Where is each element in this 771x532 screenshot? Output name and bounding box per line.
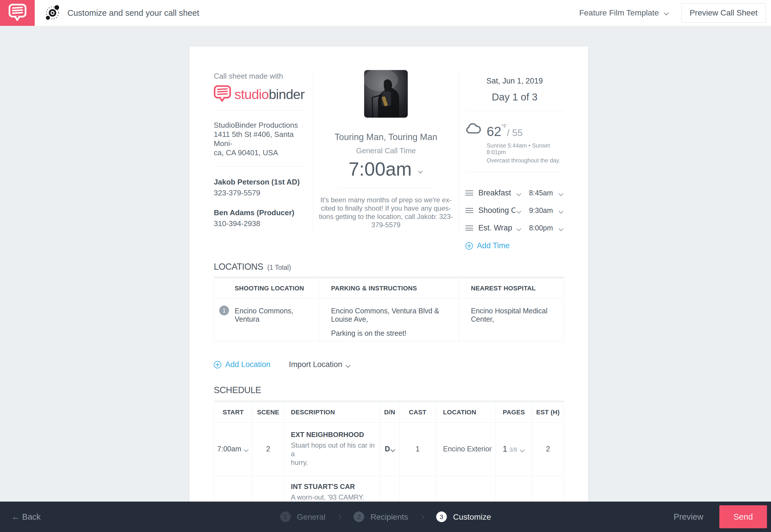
schedule-title: SCHEDULE [214,385,261,395]
est-hours-cell[interactable]: 2 [532,423,564,476]
back-button[interactable]: ← Back [11,512,41,522]
time-row-shooting-call[interactable]: Shooting Call 9:30am [465,202,564,219]
sunrise-sunset: Sunrise 5:44am • Sunset 8:01pm [487,142,564,156]
chevron-down-icon [558,208,564,214]
template-selector[interactable]: Feature Film Template [579,8,669,18]
chevron-down-icon [516,191,522,197]
locations-header-row: SHOOTING LOCATION PARKING & INSTRUCTIONS… [214,277,564,299]
col-pages: PAGES [496,401,532,423]
step-number: 2 [354,512,364,522]
day-details-column: Sat, Jun 1, 2019 Day 1 of 3 62°F/ 55 Sun… [459,69,564,230]
scene-slug: EXT NEIGHBORHOOD [291,431,377,439]
contact-phone: 310-394-2938 [214,219,305,228]
chevron-down-icon [243,447,249,453]
day-night-value: D [385,445,390,453]
locations-heading: LOCATIONS (1 Total) [214,262,564,272]
import-location-dropdown[interactable]: Import Location [289,360,351,369]
temperature-unit: °F [501,123,507,129]
chevron-down-icon [417,168,423,174]
speech-bubble-icon [8,3,27,22]
scene-cell[interactable]: 2 [253,423,284,476]
col-location: LOCATION [436,401,496,423]
contact-phone: 323-379-5579 [214,189,305,197]
parking-line: Encino Commons, Ventura Blvd & Louise Av… [331,307,452,323]
page-title: Customize and send your call sheet [67,8,199,18]
day-counter: Day 1 of 3 [465,91,564,103]
step-general[interactable]: 1 General [280,512,326,522]
col-start: START [214,401,253,423]
chevron-down-icon [390,447,395,453]
col-cast: CAST [399,401,436,423]
wordmark-studio: studio [234,87,269,102]
add-location-label: Add Location [225,360,271,369]
project-photo[interactable] [364,70,408,118]
parking-instructions-cell[interactable]: Encino Commons, Ventura Blvd & Louise Av… [319,299,459,341]
time-value: 8:00pm [529,224,558,232]
step-recipients[interactable]: 2 Recipients [354,512,408,522]
footer-preview-button[interactable]: Preview [674,512,703,522]
description-cell[interactable]: EXT NEIGHBORHOOD Stuart hops out of his … [284,423,380,476]
col-est: EST (H) [532,401,564,423]
cloud-icon [465,122,481,164]
template-selector-label: Feature Film Template [579,8,659,18]
pages-dropdown[interactable]: 1 3/8 [496,423,532,476]
add-time-button[interactable]: Add Time [465,241,510,250]
summary-section: Call sheet made with studiobinder Studio… [214,69,564,230]
schedule-heading: SCHEDULE [214,385,564,395]
drag-handle-icon[interactable] [465,191,473,195]
nearest-hospital-cell[interactable]: Encino Hospital Medical Center, [459,299,564,341]
divider [465,111,564,111]
call-time-value: 7:00am [349,158,412,180]
crew-message[interactable]: It's been many months of prep so we're e… [316,196,456,229]
studiobinder-logo-tile[interactable] [0,0,35,26]
step-number: 1 [280,512,291,522]
drag-handle-icon[interactable] [465,226,473,230]
project-avatar-orbit-icon[interactable] [44,5,61,21]
company-address[interactable]: StudioBinder Productions 1411 5th St #40… [214,121,305,157]
locations-title: LOCATIONS [214,262,263,272]
chevron-down-icon [663,10,669,16]
preview-call-sheet-button[interactable]: Preview Call Sheet [681,3,766,23]
schedule-header-row: START SCENE DESCRIPTION D/N CAST LOCATIO… [214,401,564,423]
call-time-dropdown[interactable]: 7:00am [349,158,423,180]
send-button[interactable]: Send [719,505,767,528]
call-time-column: Touring Man, Touring Man General Call Ti… [313,69,459,230]
time-label: Shooting Call [478,206,515,215]
wordmark-text: studiobinder [234,86,304,102]
location-row: 1 Encino Commons, Ventura Encino Commons… [214,299,564,341]
contact-item[interactable]: Ben Adams (Producer) 310-394-2938 [214,208,305,228]
cast-cell[interactable]: 1 [399,423,436,476]
col-shooting-location: SHOOTING LOCATION [214,277,319,299]
drag-handle-icon[interactable] [465,208,473,213]
weather-widget: 62°F/ 55 Sunrise 5:44am • Sunset 8:01pm … [465,120,564,164]
scene-description: Stuart hops out of his car in a hurry. [291,441,377,467]
import-location-label: Import Location [289,360,342,369]
parking-line: Parking is on the street! [331,329,452,337]
chevron-right-icon [420,514,425,519]
chevron-down-icon [345,362,351,368]
step-label: General [297,512,326,521]
contact-name: Ben Adams (Producer) [214,208,305,217]
scene-slug: INT STUART'S CAR [291,483,377,491]
day-night-dropdown[interactable]: D [380,423,399,476]
start-time-dropdown[interactable]: 7:00am [214,423,253,476]
top-bar: Customize and send your call sheet Featu… [0,0,771,26]
chevron-down-icon [558,226,564,232]
location-cell[interactable]: Encino Exterior [436,423,496,476]
contact-item[interactable]: Jakob Peterson (1st AD) 323-379-5579 [214,178,305,197]
step-customize[interactable]: 3 Customize [436,512,491,522]
call-sheet-card: Call sheet made with studiobinder Studio… [189,46,588,532]
pages-whole: 1 [503,444,507,453]
divider [339,188,433,188]
schedule-row: 7:00am 2 EXT NEIGHBORHOOD Stuart hops ou… [214,423,564,476]
time-value: 9:30am [529,206,558,215]
add-location-button[interactable]: Add Location [214,360,271,369]
studiobinder-wordmark: studiobinder [214,85,305,103]
divider [214,166,305,167]
forecast: Overcast throughout the day. [487,157,564,164]
time-row-est-wrap[interactable]: Est. Wrap 8:00pm [465,219,564,237]
shooting-location-cell[interactable]: 1 Encino Commons, Ventura [214,299,319,341]
col-parking-instructions: PARKING & INSTRUCTIONS [319,277,459,299]
time-row-breakfast[interactable]: Breakfast 8:45am [465,184,564,202]
start-time-value: 7:00am [217,445,241,453]
